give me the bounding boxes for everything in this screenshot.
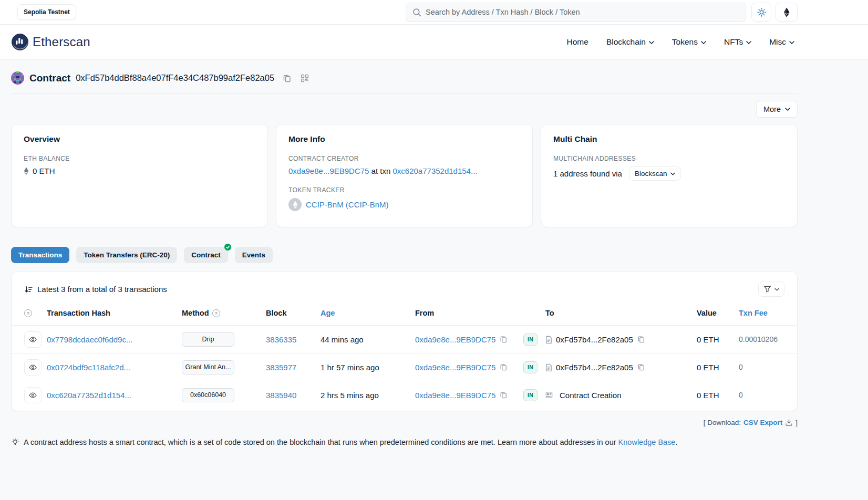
search-input[interactable] (426, 8, 739, 16)
blockscan-provider-dropdown[interactable]: Blockscan (629, 166, 681, 181)
footnote-period: . (675, 438, 677, 446)
col-from: From (415, 309, 523, 317)
block-link[interactable]: 3835977 (266, 363, 296, 372)
multichain-found-text: 1 address found via (553, 169, 622, 178)
txn-fee-cell: 0 (739, 391, 784, 399)
chevron-down-icon (670, 172, 675, 175)
download-suffix: ] (795, 419, 798, 426)
sort-icon (24, 285, 33, 294)
copy-to-button[interactable] (637, 335, 645, 343)
col-age[interactable]: Age (321, 309, 415, 317)
copy-from-button[interactable] (499, 391, 508, 399)
network-badge[interactable]: Sepolia Testnet (17, 4, 76, 20)
brand-name: Etherscan (33, 35, 90, 49)
sun-icon (757, 8, 766, 17)
copy-to-button[interactable] (637, 363, 645, 371)
copy-from-button[interactable] (499, 335, 508, 343)
col-method: Method (182, 309, 209, 317)
nav-nfts[interactable]: NFTs (724, 37, 751, 47)
tab-token-transfers[interactable]: Token Transfers (ERC-20) (76, 247, 177, 263)
block-link[interactable]: 3836335 (266, 335, 296, 344)
footnote-text: A contract address hosts a smart contrac… (24, 438, 618, 446)
nav-tokens[interactable]: Tokens (672, 37, 706, 47)
tab-transactions[interactable]: Transactions (11, 247, 69, 263)
eye-icon (29, 336, 37, 343)
transactions-panel: Latest 3 from a total of 3 transactions … (11, 271, 798, 411)
ethereum-icon (783, 7, 790, 17)
table-header-row: Transaction Hash Method Block Age From T… (12, 301, 797, 325)
from-address-link[interactable]: 0xda9e8e...9EB9DC75 (415, 391, 495, 400)
copy-from-button[interactable] (499, 363, 508, 371)
qr-code-button[interactable] (299, 73, 310, 84)
chevron-down-icon (701, 40, 706, 44)
tx-hash-link[interactable]: 0xc620a77352d1d154... (47, 391, 131, 400)
method-badge: 0x60c06040 (182, 388, 234, 402)
tx-preview-button[interactable] (24, 387, 42, 403)
token-logo-icon (288, 198, 302, 211)
eth-glyph-icon (24, 167, 29, 175)
chevron-down-icon (774, 288, 779, 291)
help-icon[interactable] (24, 309, 32, 317)
method-badge: Grant Mint An... (182, 360, 234, 374)
nav-misc[interactable]: Misc (769, 37, 794, 47)
tx-hash-link[interactable]: 0x7798dcdaec0f6dd9c... (47, 335, 132, 344)
eth-balance-label: ETH BALANCE (24, 155, 255, 162)
block-link[interactable]: 3835940 (266, 391, 296, 400)
page-title: Contract (29, 72, 70, 84)
chevron-down-icon (785, 108, 790, 111)
more-dropdown-button[interactable]: More (756, 101, 798, 118)
from-address-link[interactable]: 0xda9e8e...9EB9DC75 (415, 363, 495, 372)
theme-toggle-button[interactable] (751, 3, 771, 22)
verified-check-icon (224, 243, 232, 251)
table-row: 0x0724bdf9c118afc2d... Grant Mint An... … (12, 353, 797, 381)
to-address: 0xFd57b4...2Fe82a05 (556, 363, 633, 372)
filter-dropdown-button[interactable] (758, 282, 784, 297)
age-cell: 2 hrs 5 mins ago (321, 391, 415, 400)
col-txn-fee[interactable]: Txn Fee (739, 309, 784, 317)
etherscan-logo[interactable]: Etherscan (11, 33, 90, 51)
csv-export-link[interactable]: CSV Export (743, 419, 782, 426)
tx-preview-button[interactable] (24, 331, 42, 348)
multichain-card-title: Multi Chain (553, 134, 785, 144)
more-info-card-title: More Info (288, 134, 520, 144)
nav-home[interactable]: Home (567, 37, 588, 47)
from-address-link[interactable]: 0xda9e8e...9EB9DC75 (415, 335, 495, 344)
direction-badge: IN (523, 389, 538, 401)
tx-preview-button[interactable] (24, 359, 42, 376)
copy-icon (500, 391, 507, 399)
search-bar[interactable] (406, 3, 746, 22)
qr-code-icon (301, 74, 309, 82)
nav-blockchain[interactable]: Blockchain (606, 37, 654, 47)
col-value: Value (697, 309, 739, 317)
txn-fee-cell: 0.00010206 (739, 335, 784, 343)
overview-card: Overview ETH BALANCE 0 ETH (11, 124, 268, 227)
col-to: To (545, 309, 697, 317)
contract-file-icon (545, 336, 552, 343)
contract-header: Contract 0xFd57b4ddBf88a4e07fF4e34C487b9… (11, 60, 798, 94)
creation-txn-link[interactable]: 0xc620a77352d1d154... (392, 166, 477, 175)
tab-events[interactable]: Events (235, 247, 273, 263)
contract-file-icon (545, 363, 552, 371)
contract-footnote: A contract address hosts a smart contrac… (11, 438, 798, 446)
tx-hash-link[interactable]: 0x0724bdf9c118afc2d... (47, 363, 130, 372)
knowledge-base-link[interactable]: Knowledge Base (618, 438, 676, 446)
contract-avatar (11, 71, 24, 85)
contract-address: 0xFd57b4ddBf88a4e07fF4e34C487b99af2Fe82a… (76, 73, 274, 83)
funnel-icon (763, 285, 771, 293)
copy-address-button[interactable] (282, 73, 292, 84)
creator-address-link[interactable]: 0xda9e8e...9EB9DC75 (288, 166, 369, 175)
chevron-down-icon (746, 40, 751, 44)
download-row: [ Download: CSV Export ] (11, 419, 798, 426)
creator-separator: at txn (369, 166, 392, 175)
tab-contract[interactable]: Contract (184, 247, 228, 263)
method-help-icon[interactable] (212, 309, 220, 317)
overview-card-title: Overview (24, 134, 255, 144)
token-tracker-link[interactable]: CCIP-BnM (CCIP-BnM) (306, 200, 389, 209)
value-cell: 0 ETH (697, 391, 739, 400)
txn-fee-cell: 0 (739, 363, 784, 371)
top-utility-bar: Sepolia Testnet (0, 0, 868, 25)
network-switcher-button[interactable] (776, 3, 798, 22)
tab-bar: Transactions Token Transfers (ERC-20) Co… (11, 247, 798, 263)
table-row: 0x7798dcdaec0f6dd9c... Drip 3836335 44 m… (12, 325, 797, 353)
age-cell: 44 mins ago (321, 335, 415, 344)
